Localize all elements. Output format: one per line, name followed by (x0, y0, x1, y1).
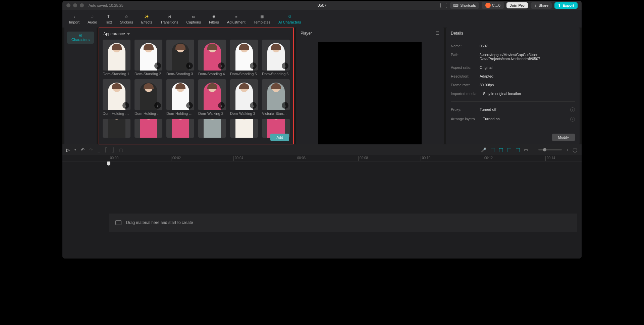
trim-left-tool[interactable]: ⎡ (105, 147, 107, 152)
download-icon[interactable]: ↓ (122, 102, 129, 109)
timeline: ▷ ▾ ↶ ↷ ⎯ ⎡ ⎦ ▢ 🎤 ⬚ ⬚ ⬚ ⬚ ▭ − + ◯ 00:000… (62, 144, 582, 259)
tab-text[interactable]: TText (101, 12, 116, 26)
character-item[interactable] (166, 119, 194, 138)
delete-tool[interactable]: ▢ (119, 147, 123, 152)
sidebar-item-ai-characters[interactable]: AI Characters (67, 32, 94, 44)
character-item[interactable] (230, 119, 258, 138)
pointer-dropdown[interactable]: ▾ (74, 148, 76, 151)
character-item[interactable]: ↓Dom-Holding … (135, 79, 162, 115)
character-figure (235, 119, 253, 138)
download-icon[interactable]: ↓ (250, 62, 257, 69)
mic-icon[interactable]: 🎤 (481, 147, 486, 152)
character-item[interactable]: ↓Dom-Standing 6 (262, 40, 290, 76)
player-title: Player (301, 31, 312, 36)
character-item[interactable]: ↓Dom-Standing 5 (230, 40, 258, 76)
modify-button[interactable]: Modify (552, 134, 575, 141)
character-item[interactable]: Dom-Standing 1 (103, 40, 130, 76)
tab-effects[interactable]: ✨Effects (137, 12, 156, 26)
character-item[interactable]: ↓Dom-Walking 3 (230, 79, 258, 115)
tab-ai-characters[interactable]: ⚇AI Characters (274, 12, 305, 26)
character-item[interactable]: ↓Dom-Standing 4 (198, 40, 226, 76)
minimize-window[interactable] (73, 3, 77, 7)
info-icon[interactable]: i (570, 107, 575, 112)
add-button[interactable]: Add (270, 134, 289, 141)
download-icon[interactable]: ↓ (154, 62, 161, 69)
media-icon (115, 220, 121, 225)
link-icon[interactable]: ⬚ (499, 147, 503, 152)
pointer-tool[interactable]: ▷ (66, 147, 70, 152)
download-icon[interactable]: ↓ (282, 102, 288, 109)
shortcuts-button[interactable]: ⌨Shortcuts (450, 2, 479, 9)
layout-icon[interactable] (440, 3, 447, 8)
character-label: Dom-Standing 1 (103, 72, 130, 76)
tab-adjustment[interactable]: ≡Adjustment (223, 12, 250, 26)
tab-audio[interactable]: ♫Audio (84, 12, 101, 26)
playhead[interactable] (109, 162, 109, 259)
close-window[interactable] (66, 3, 70, 7)
character-thumb: ↓ (103, 79, 130, 110)
download-icon[interactable]: ↓ (186, 62, 193, 69)
character-item[interactable]: ↓Dom-Holding … (103, 79, 130, 115)
zoom-out[interactable]: − (532, 147, 535, 152)
export-button[interactable]: ⬆Export (554, 2, 578, 9)
download-icon[interactable]: ↓ (218, 62, 225, 69)
download-icon[interactable]: ↓ (186, 102, 193, 109)
track-icon[interactable]: ⬚ (516, 147, 520, 152)
framerate-value: 30.00fps (480, 83, 575, 87)
ai characters-icon: ⚇ (286, 13, 293, 19)
trim-right-tool[interactable]: ⎦ (112, 147, 114, 152)
magnet-icon[interactable]: ⬚ (490, 147, 495, 152)
player-menu-icon[interactable]: ☰ (436, 31, 439, 36)
character-label: Dom-Standing 4 (198, 72, 226, 76)
info-icon[interactable]: i (570, 117, 575, 122)
zoom-fit[interactable]: ◯ (573, 147, 578, 152)
character-item[interactable] (198, 119, 226, 138)
character-label: Dom-Standing 2 (135, 72, 162, 76)
preview-icon[interactable]: ⬚ (507, 147, 512, 152)
appearance-header[interactable]: Appearance (99, 28, 293, 38)
character-figure (108, 119, 125, 138)
join-pro-button[interactable]: Join Pro (506, 2, 528, 8)
user-badge[interactable]: C…0 (482, 2, 504, 9)
character-item[interactable]: ↓Dom-Standing 3 (166, 40, 194, 76)
tab-filters[interactable]: ◉Filters (205, 12, 223, 26)
character-item[interactable]: ↓Victoria-Stan… (262, 79, 290, 115)
character-thumb: ↓ (135, 79, 162, 110)
zoom-in[interactable]: + (566, 147, 569, 152)
character-item[interactable]: ↓Dom-Walking 2 (198, 79, 226, 115)
audio-icon: ♫ (89, 13, 96, 19)
download-icon[interactable]: ↓ (250, 102, 257, 109)
download-icon[interactable]: ↓ (218, 102, 225, 109)
share-button[interactable]: ⇪Share (531, 2, 552, 9)
player-stage[interactable] (296, 39, 444, 149)
layers-label: Arrange layers (451, 117, 483, 122)
character-item[interactable]: ↓Dom-Holding … (166, 79, 194, 115)
zoom-slider[interactable] (538, 149, 562, 150)
redo-button[interactable]: ↷ (89, 147, 93, 152)
split-tool[interactable]: ⎯ (98, 147, 100, 152)
proxy-value: Turned off (480, 107, 570, 112)
character-item[interactable] (135, 119, 162, 138)
timeline-drop-area[interactable]: Drag material here and start to create (109, 214, 577, 232)
tab-captions[interactable]: ▭Captions (182, 12, 205, 26)
undo-button[interactable]: ↶ (81, 147, 85, 152)
character-label: Dom-Standing 6 (262, 72, 290, 76)
effects-icon: ✨ (143, 13, 150, 19)
tab-templates[interactable]: ▦Templates (250, 12, 274, 26)
timeline-ruler[interactable]: 00:0000:0200:0400:0600:0800:1000:1200:14 (62, 155, 582, 162)
tab-stickers[interactable]: ☆Stickers (116, 12, 137, 26)
monitor-icon[interactable]: ▭ (524, 147, 528, 152)
timeline-tracks[interactable]: Drag material here and start to create (62, 162, 582, 259)
character-item[interactable] (103, 119, 130, 138)
avatar-icon (485, 3, 491, 8)
tab-import[interactable]: ↓Import (65, 12, 84, 26)
character-figure (108, 43, 125, 71)
character-item[interactable]: ↓Dom-Standing 2 (135, 40, 162, 76)
character-label: Dom-Standing 5 (230, 72, 258, 76)
maximize-window[interactable] (80, 3, 84, 7)
tab-label: Import (69, 20, 79, 24)
tab-transitions[interactable]: ⋈Transitions (156, 12, 182, 26)
download-icon[interactable]: ↓ (282, 62, 288, 69)
download-icon[interactable]: ↓ (154, 102, 161, 109)
character-figure (172, 119, 189, 138)
